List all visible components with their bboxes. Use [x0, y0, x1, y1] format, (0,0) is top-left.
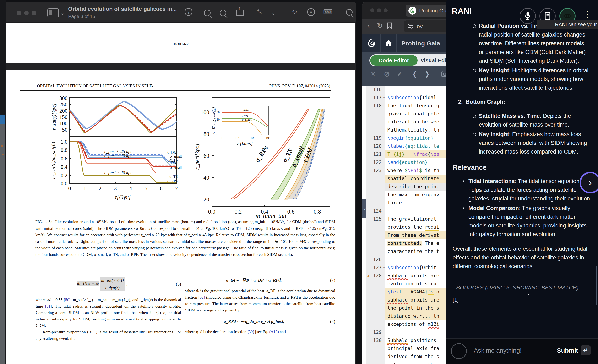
inset-xlabel: v [km/s]	[236, 141, 253, 146]
enter-key-icon[interactable]: ↵	[581, 345, 590, 355]
check-icon[interactable]: ✓	[397, 70, 403, 78]
bookmark-icon[interactable]	[387, 22, 392, 31]
line-number-gutter: 118	[366, 102, 384, 110]
minimize-window-button[interactable]	[377, 8, 381, 12]
submit-button[interactable]: Submit	[557, 347, 578, 354]
close-window-button[interactable]	[17, 11, 21, 15]
sidebar-toggle-icon[interactable]	[47, 8, 59, 17]
line-number-gutter	[366, 223, 384, 231]
background-window-fragment	[0, 115, 5, 124]
chevron-down-icon[interactable]: ⌄	[271, 10, 276, 16]
chevron-left-icon[interactable]: ❬	[412, 70, 418, 78]
line-number-gutter: 119▾	[366, 134, 384, 142]
paragraph: where η_d is the deceleration fraction […	[185, 329, 335, 335]
rani-block: Model Comparison: The graphs visually co…	[468, 204, 593, 239]
code-editor-toggle[interactable]: Code Editor	[370, 55, 418, 65]
paragraph: where 𝒜 = 0.55 [50], m_sat(> l_t) ≡ m_sa…	[36, 297, 181, 329]
rani-block: 2.Bottom Graph:	[458, 97, 591, 106]
citation-link[interactable]: (A13)	[269, 330, 279, 334]
source-reference[interactable]: [1]	[453, 295, 596, 304]
zoom-in-icon[interactable]: +	[218, 9, 228, 16]
pdf-preview-window: ⌄ Orbital evolution of satellite galaxie…	[6, 2, 356, 364]
wallpaper-dot	[2, 154, 4, 155]
rani-block: Tidal Interactions: The tidal tensor equ…	[468, 177, 593, 203]
inset-ylabel: σ_T/m_χ [cm²/g]	[211, 107, 216, 134]
svg-text:20: 20	[203, 196, 209, 202]
chevron-down-icon[interactable]: ⌄	[60, 10, 65, 16]
ylabel-rperi: r_peri[kpc]	[194, 144, 200, 170]
svg-text:0.0: 0.0	[208, 208, 216, 215]
visual-editor-toggle[interactable]: Visual Edit	[420, 54, 448, 66]
home-icon[interactable]	[385, 40, 392, 47]
svg-text:σ_small: σ_small	[170, 154, 182, 158]
voice-avatar-circle[interactable]	[451, 343, 467, 359]
equation-number: (8)	[323, 318, 335, 325]
search-icon[interactable]	[345, 8, 354, 16]
ylabel-msat: m_sat(t)/m_sat(0)	[51, 142, 57, 179]
fold-arrow-icon[interactable]: ▾	[383, 94, 385, 102]
line-number-gutter: 127▾	[366, 264, 384, 272]
pdf-page-2-bottom: 043014-2	[6, 23, 355, 63]
share-icon[interactable]	[235, 10, 245, 18]
svg-text:200: 200	[59, 108, 67, 114]
wallpaper-dot	[1, 145, 3, 147]
highlight-icon[interactable]: ✎	[255, 8, 264, 16]
svg-text:10¹: 10¹	[235, 136, 239, 139]
overleaf-logo-icon[interactable]	[367, 38, 376, 48]
page-footer: 043014-2	[6, 42, 355, 47]
body-left-column: ṁ_TS ≈ −𝒜m_sat(> ℓ_t)t_dyn(r), (5) where…	[36, 275, 181, 342]
reload-icon[interactable]: ↻	[377, 22, 383, 30]
fold-arrow-icon[interactable]: ▾	[383, 134, 385, 142]
address-text: ov...	[417, 23, 427, 30]
svg-text:1: 1	[221, 136, 223, 139]
citation-link[interactable]: [50]	[64, 298, 71, 302]
svg-text:300: 300	[59, 95, 67, 101]
running-head-left: ORBITAL EVOLUTION OF SATELLITE GALAXIES …	[37, 84, 159, 89]
back-icon[interactable]: ‹	[367, 22, 370, 30]
pdf-titlebar: ⌄ Orbital evolution of satellite galaxie…	[6, 2, 356, 23]
line-number-gutter	[366, 199, 384, 207]
background-window-fragment-2	[0, 124, 5, 364]
close-window-button[interactable]	[370, 8, 374, 12]
zoom-window-button[interactable]	[32, 11, 36, 15]
rotate-icon[interactable]: ↻	[290, 8, 299, 16]
rani-content: Radial Position vs. Time: Shows how the …	[453, 22, 596, 304]
scrollbar-thumb[interactable]	[596, 266, 597, 305]
tab-title: Probing Ga	[419, 8, 447, 14]
ask-input[interactable]: Ask me anything!	[474, 347, 522, 354]
annotate-icon[interactable]: A	[307, 8, 316, 16]
block-icon[interactable]: ⊘	[384, 70, 390, 78]
equation-8: a_RPd ≈ −vη_dσ_m v_sat ρ_host, (8)	[185, 318, 335, 325]
svg-text:0.6: 0.6	[287, 208, 295, 215]
markup-toolbar-icon[interactable]: ⌨	[323, 8, 332, 16]
screen-visibility-tooltip: RANI can see your screen	[537, 20, 598, 30]
citation-link[interactable]: [52]	[198, 295, 205, 299]
running-head-right: PHYS. REV. D 107, 043014 (2023)	[269, 84, 330, 89]
citation-link[interactable]: [51]	[45, 304, 52, 308]
close-icon[interactable]: ×	[371, 70, 375, 78]
line-number-gutter	[366, 239, 384, 247]
svg-text:σ_RPe: σ_RPe	[167, 179, 178, 183]
kebab-menu-icon[interactable]: ⋮	[583, 9, 591, 19]
rani-block: Relevance	[453, 163, 596, 172]
fold-arrow-icon[interactable]: ▾	[383, 264, 385, 272]
line-number-gutter: 122	[366, 158, 384, 166]
minimize-window-button[interactable]	[24, 11, 29, 15]
svg-text:0.1: 0.1	[216, 132, 220, 136]
line-number-gutter	[366, 191, 384, 199]
svg-text:80: 80	[203, 131, 209, 137]
info-icon[interactable]: i	[184, 8, 193, 16]
citation-link[interactable]: [30]	[247, 330, 254, 334]
rani-block: Key Insight: Highlights differences in o…	[479, 66, 589, 92]
svg-text:250: 250	[59, 101, 67, 107]
zoom-out-icon[interactable]: −	[203, 9, 212, 16]
rani-block: Overall, these elements are essential fo…	[453, 244, 596, 271]
equation-5: ṁ_TS ≈ −𝒜m_sat(> ℓ_t)t_dyn(r), (5)	[36, 277, 181, 291]
svg-text:σ_RPe: σ_RPe	[240, 109, 249, 112]
zoom-window-button[interactable]	[383, 8, 388, 12]
line-number-gutter	[366, 126, 384, 134]
svg-text:10³: 10³	[266, 136, 270, 139]
line-number-gutter	[366, 304, 384, 312]
svg-text:50: 50	[62, 127, 67, 133]
chevron-right-icon[interactable]: ❭	[424, 70, 430, 78]
